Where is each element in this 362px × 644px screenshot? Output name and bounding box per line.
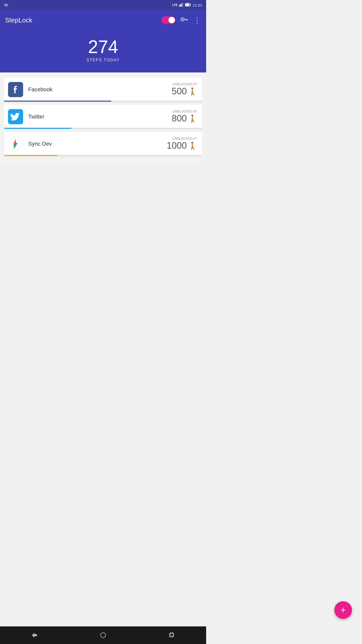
syncdev-unblocked-label: UNBLOCKED AT	[167, 137, 197, 140]
main-content: Facebook UNBLOCKED AT 500 🚶 Twitter	[0, 72, 206, 164]
facebook-unblock-info: UNBLOCKED AT 500 🚶	[172, 83, 197, 97]
steps-count: 274	[5, 38, 201, 56]
svg-rect-10	[186, 19, 187, 21]
twitter-unblock-info: UNBLOCKED AT 800 🚶	[172, 110, 197, 124]
steps-label: STEPS TODAY	[5, 58, 201, 62]
facebook-unblocked-label: UNBLOCKED AT	[172, 83, 197, 86]
steps-header: 274 STEPS TODAY	[0, 30, 206, 72]
facebook-progress-bar	[4, 101, 202, 102]
facebook-icon	[8, 82, 23, 97]
twitter-walk-icon: 🚶	[188, 114, 197, 123]
facebook-walk-icon: 🚶	[188, 87, 197, 96]
more-options-icon[interactable]: ⋮	[194, 16, 201, 24]
syncdev-progress-bar	[4, 155, 202, 156]
twitter-icon	[8, 109, 23, 124]
battery-icon	[185, 3, 191, 7]
facebook-steps-threshold: 500 🚶	[172, 86, 197, 97]
syncdev-walk-icon: 🚶	[188, 142, 197, 150]
lte-label: LTE	[172, 3, 178, 7]
svg-rect-11	[187, 19, 188, 20]
svg-rect-5	[186, 4, 189, 6]
syncdev-unblock-info: UNBLOCKED AT 1000 🚶	[167, 137, 197, 151]
twitter-progress-bar	[4, 128, 202, 129]
twitter-app-name: Twitter	[28, 113, 172, 120]
status-bar-left: 🛍	[4, 3, 172, 7]
svg-rect-6	[190, 4, 191, 6]
syncdev-steps-threshold: 1000 🚶	[167, 140, 197, 151]
syncdev-icon	[8, 136, 23, 151]
time-display: 11:21	[193, 3, 202, 7]
svg-rect-2	[181, 3, 182, 7]
svg-rect-3	[183, 3, 183, 7]
signal-icon	[179, 3, 184, 8]
app-card-facebook[interactable]: Facebook UNBLOCKED AT 500 🚶	[4, 77, 202, 102]
facebook-progress-fill	[4, 101, 111, 102]
app-bar: StepLock ⋮	[0, 10, 206, 30]
svg-rect-0	[179, 5, 180, 7]
app-bar-actions: ⋮	[161, 16, 201, 24]
key-icon[interactable]	[180, 17, 189, 23]
toggle-thumb	[168, 17, 175, 23]
toggle-switch[interactable]	[161, 16, 175, 24]
status-bar-right: LTE 11:21	[172, 3, 202, 8]
shopping-bag-icon: 🛍	[4, 3, 8, 7]
svg-rect-9	[184, 19, 188, 20]
syncdev-app-name: Sync Dev	[28, 141, 167, 147]
app-title: StepLock	[5, 16, 161, 24]
twitter-steps-threshold: 800 🚶	[172, 113, 197, 124]
twitter-unblocked-label: UNBLOCKED AT	[172, 110, 197, 113]
app-card-twitter[interactable]: Twitter UNBLOCKED AT 800 🚶	[4, 105, 202, 129]
svg-point-8	[182, 19, 183, 20]
facebook-app-name: Facebook	[28, 86, 172, 93]
status-bar: 🛍 LTE 11:21	[0, 0, 206, 10]
syncdev-progress-fill	[4, 155, 58, 156]
twitter-progress-fill	[4, 128, 71, 129]
svg-rect-1	[180, 4, 181, 7]
app-card-syncdev[interactable]: Sync Dev UNBLOCKED AT 1000 🚶	[4, 132, 202, 156]
